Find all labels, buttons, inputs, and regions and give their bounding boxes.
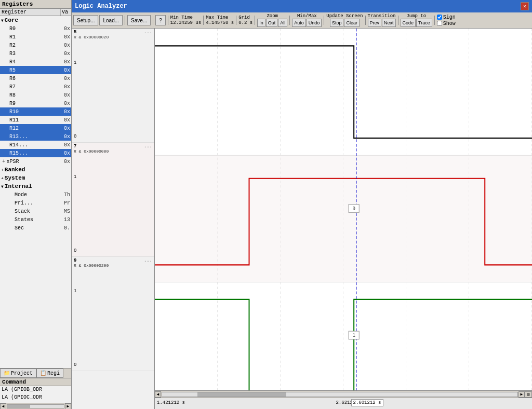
- internal-mode[interactable]: Mode Th: [0, 190, 71, 199]
- reg-row-xpsr[interactable]: + xPSR 0x: [0, 157, 71, 166]
- sig2-scale: 1 0: [74, 172, 152, 255]
- jumpto-label: Jump to: [406, 13, 426, 19]
- la-content: 5 R & 0x00000020 ... 1 0 7 R & 0x0000008…: [72, 29, 532, 409]
- la-close-button[interactable]: ✕: [521, 2, 529, 10]
- show-checkbox-row: Show: [437, 21, 456, 26]
- reg-list: ▼ Core R0 0x R1 0x R2 0x R3 0x R4 0x R5 …: [0, 16, 71, 368]
- min-time-section: Min Time 12.34259 us: [170, 15, 201, 25]
- grid-section: Grid 0.2 s: [238, 15, 252, 25]
- signal-labels: 5 R & 0x00000020 ... 1 0 7 R & 0x0000008…: [72, 29, 155, 409]
- scroll-left-btn[interactable]: ◀: [0, 403, 6, 410]
- reg-row-r9[interactable]: R9 0x: [0, 99, 71, 107]
- max-time-value: 4.145758 s: [206, 20, 234, 25]
- auto-button[interactable]: Auto: [292, 19, 306, 27]
- scroll-right-btn[interactable]: ▶: [65, 403, 71, 410]
- show-checkbox[interactable]: [437, 21, 442, 26]
- update-label: Update Screen: [326, 13, 363, 19]
- reg-table-header: Register Va: [0, 9, 71, 16]
- min-time-value: 12.34259 us: [170, 20, 201, 25]
- code-button[interactable]: Code: [401, 19, 416, 27]
- scroll-track[interactable]: [7, 404, 64, 408]
- internal-group-row[interactable]: ▼ Internal: [0, 182, 71, 190]
- undo-button[interactable]: Undo: [307, 19, 322, 27]
- internal-triangle: ▼: [1, 184, 4, 189]
- registers-icon: 📋: [40, 370, 46, 376]
- timeline-cursor-label: 2.601212 s: [353, 400, 381, 405]
- load-button[interactable]: Load...: [99, 15, 123, 25]
- internal-states[interactable]: States 13: [0, 215, 71, 224]
- core-group-row[interactable]: ▼ Core: [0, 16, 71, 24]
- reg-row-r10[interactable]: R10 0x: [0, 107, 71, 116]
- minmax-buttons: Auto Undo: [292, 19, 322, 27]
- reg-row-r4[interactable]: R4 0x: [0, 58, 71, 66]
- internal-sec[interactable]: Sec 0.: [0, 224, 71, 232]
- reg-row-r6[interactable]: R6 0x: [0, 74, 71, 83]
- reg-row-r13[interactable]: R13... 0x: [0, 132, 71, 141]
- reg-row-r1[interactable]: R1 0x: [0, 33, 71, 41]
- tab-project[interactable]: 📁 Project: [0, 369, 36, 378]
- waveform-svg: 0 1 1: [155, 29, 532, 409]
- reg-row-r3[interactable]: R3 0x: [0, 49, 71, 58]
- separator-2: [153, 16, 153, 25]
- setup-button[interactable]: Setup...: [73, 15, 98, 25]
- sig3-name-bottom: R & 0x00000200: [74, 263, 109, 268]
- left-scrollbar[interactable]: ◀ ▶: [0, 403, 71, 409]
- command-lines: LA (GPIOB_ODR LA (GPIOC_ODR: [0, 386, 71, 403]
- separator-5: [236, 16, 236, 25]
- separator-3: [168, 16, 168, 25]
- reg-row-r8[interactable]: R8 0x: [0, 91, 71, 99]
- system-group-row[interactable]: + System: [0, 174, 71, 182]
- internal-pri[interactable]: Pri... Pr: [0, 199, 71, 207]
- banked-group-label: Banked: [5, 167, 25, 173]
- reg-row-r0[interactable]: R0 0x: [0, 24, 71, 33]
- registers-title: Registers: [2, 1, 33, 7]
- internal-group-label: Internal: [5, 183, 32, 189]
- sig3-scale: 1 0: [74, 287, 152, 370]
- waveform-area[interactable]: 0 1 1 1.421212 s 2.621212 s 2.601212 s ◀: [155, 29, 532, 409]
- sign-checkbox[interactable]: [437, 15, 442, 20]
- next-button[interactable]: Next: [382, 19, 396, 27]
- command-panel: Command LA (GPIOB_ODR LA (GPIOC_ODR: [0, 378, 71, 403]
- core-group-label: Core: [5, 17, 18, 23]
- stop-button[interactable]: Stop: [330, 19, 344, 27]
- clear-button[interactable]: Clear: [344, 19, 360, 27]
- waveform-hscroll[interactable]: ◀ ▶ ▤: [155, 390, 532, 398]
- reg-row-r12[interactable]: R12 0x: [0, 124, 71, 132]
- sig1-scale: 1 0: [74, 58, 152, 141]
- zoom-all-button[interactable]: All: [278, 19, 287, 27]
- prev-button[interactable]: Prev: [368, 19, 382, 27]
- project-icon: 📁: [4, 370, 10, 376]
- wscroll-right[interactable]: ▶: [518, 391, 525, 398]
- help-button[interactable]: ?: [155, 15, 166, 25]
- la-titlebar: Logic Analyzer ✕: [72, 0, 532, 12]
- zoom-out-button[interactable]: Out: [266, 19, 278, 27]
- zoom-label: Zoom: [267, 13, 278, 19]
- sig2-marker: ...: [144, 144, 152, 149]
- reg-row-r11[interactable]: R11 0x: [0, 116, 71, 124]
- reg-row-r5[interactable]: R5 0x: [0, 66, 71, 74]
- reg-row-r2[interactable]: R2 0x: [0, 41, 71, 49]
- reg-row-r14[interactable]: R14... 0x: [0, 141, 71, 149]
- sig1-name-top: 5: [74, 30, 109, 35]
- max-time-section: Max Time 4.145758 s: [206, 15, 234, 25]
- wscroll-track[interactable]: [162, 392, 518, 397]
- reg-row-r7[interactable]: R7 0x: [0, 83, 71, 91]
- svg-text:0: 0: [352, 206, 355, 212]
- save-button[interactable]: Save...: [127, 15, 151, 25]
- xpsr-expand-icon[interactable]: +: [2, 158, 6, 165]
- internal-stack[interactable]: Stack MS: [0, 207, 71, 215]
- scroll-thumb: [7, 405, 30, 408]
- banked-group-row[interactable]: + Banked: [0, 166, 71, 174]
- zoom-section: Zoom In Out All: [257, 13, 287, 27]
- wscroll-left[interactable]: ◀: [155, 391, 161, 398]
- zoom-in-button[interactable]: In: [257, 19, 265, 27]
- separator-4: [203, 16, 204, 25]
- update-buttons: Stop Clear: [330, 19, 360, 27]
- signal-label-1: 5 R & 0x00000020 ... 1 0: [72, 29, 154, 143]
- trace-button[interactable]: Trace: [416, 19, 432, 27]
- svg-text:1: 1: [352, 333, 355, 339]
- reg-row-r15[interactable]: R15... 0x: [0, 149, 71, 157]
- main-panel: Logic Analyzer ✕ Setup... Load... Save..…: [72, 0, 532, 409]
- tab-registers[interactable]: 📋 Regi: [36, 369, 63, 378]
- minmax-section: Min/Max Auto Undo: [292, 13, 322, 27]
